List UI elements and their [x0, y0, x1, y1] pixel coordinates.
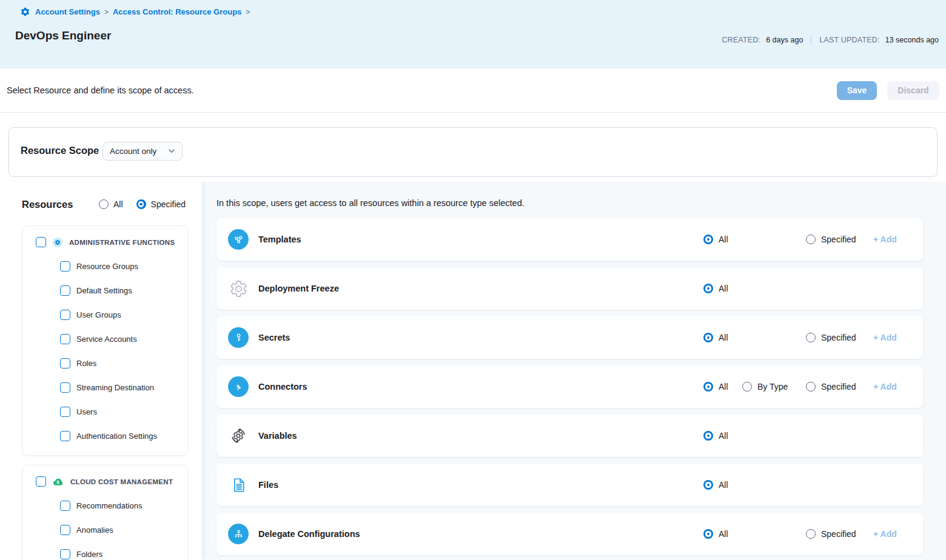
item-checkbox[interactable] [60, 501, 70, 511]
scope-option-specified[interactable]: Specified [806, 529, 856, 539]
resource-type-item[interactable]: Streaming Destination [22, 375, 181, 399]
radio-icon[interactable] [136, 199, 146, 209]
resource-type-label: Default Settings [76, 286, 132, 295]
item-checkbox[interactable] [60, 358, 70, 368]
radio-icon[interactable] [703, 333, 713, 342]
secrets-icon [228, 327, 249, 348]
scope-option-all[interactable]: All [703, 529, 728, 539]
resources-panel-title: Resources [22, 199, 73, 210]
radio-icon[interactable] [806, 235, 816, 244]
item-checkbox[interactable] [60, 407, 70, 417]
radio-icon[interactable] [806, 333, 816, 342]
radio-icon[interactable] [703, 480, 713, 490]
resource-row-name: Delegate Configurations [258, 529, 360, 539]
scope-option-label: Specified [821, 382, 856, 392]
add-resources-link[interactable]: + Add [873, 382, 897, 392]
radio-icon[interactable] [703, 284, 713, 293]
scope-option-all[interactable]: All [703, 284, 728, 293]
toolbar-description: Select Resource and define its scope of … [7, 85, 194, 95]
resource-type-label: Service Accounts [76, 335, 137, 344]
item-checkbox[interactable] [60, 549, 70, 559]
scope-option-all[interactable]: All [703, 480, 728, 490]
resource-type-item[interactable]: Default Settings [22, 278, 181, 302]
resource-row-connectors: Connectors All By Type Specified + Add [216, 365, 923, 408]
resource-row-name: Secrets [258, 333, 290, 342]
breadcrumb-separator: > [246, 8, 250, 16]
item-checkbox[interactable] [60, 334, 70, 344]
scope-option-all[interactable]: All [703, 235, 728, 244]
category-checkbox[interactable] [36, 476, 46, 487]
resource-type-item[interactable]: Recommendations [22, 493, 181, 518]
radio-icon[interactable] [806, 529, 816, 539]
radio-icon[interactable] [806, 382, 816, 392]
resource-type-label: Folders [76, 550, 102, 559]
item-checkbox[interactable] [60, 431, 70, 441]
item-checkbox[interactable] [60, 382, 70, 393]
resource-row-variables: Variables All [216, 415, 923, 457]
created-label: CREATED: [722, 36, 760, 44]
scope-option-specified[interactable]: Specified [806, 235, 856, 244]
add-resources-link[interactable]: + Add [873, 235, 897, 244]
resource-type-item[interactable]: Anomalies [22, 518, 181, 542]
breadcrumb-resource-groups[interactable]: Access Control: Resource Groups [113, 7, 241, 16]
resources-filter-option-all[interactable]: All [99, 199, 123, 209]
category-label: CLOUD COST MANAGEMENT [70, 478, 173, 485]
scope-option-label: All [719, 333, 728, 342]
resource-row-name: Deployment Freeze [258, 284, 339, 293]
radio-icon[interactable] [99, 199, 109, 209]
resource-type-label: Users [76, 407, 97, 416]
scope-option-by-type[interactable]: By Type [742, 382, 788, 392]
resource-group-detail-page: Account Settings > Access Control: Resou… [0, 0, 946, 560]
category-checkbox[interactable] [36, 237, 46, 247]
scope-option-all[interactable]: All [703, 333, 728, 342]
scope-description: In this scope, users get access to all r… [216, 198, 946, 208]
add-resources-link[interactable]: + Add [873, 333, 897, 342]
scope-option-label: All [719, 284, 728, 293]
scope-option-label: Specified [821, 333, 856, 342]
resource-type-item[interactable]: Folders [22, 542, 181, 560]
scope-option-all[interactable]: All [703, 382, 728, 392]
breadcrumb-account-settings[interactable]: Account Settings [35, 7, 100, 16]
discard-button[interactable]: Discard [887, 81, 939, 100]
resources-sidebar: Resources All Specified ADMINISTRATIVE F… [0, 182, 202, 560]
resource-scope-main: In this scope, users get access to all r… [202, 182, 946, 560]
radio-icon[interactable] [742, 382, 752, 392]
resource-type-item[interactable]: Users [22, 399, 181, 424]
save-button[interactable]: Save [837, 81, 877, 100]
breadcrumb-separator: > [104, 8, 109, 16]
radio-icon[interactable] [703, 235, 713, 244]
resource-type-item[interactable]: Authentication Settings [22, 424, 181, 448]
item-checkbox[interactable] [60, 285, 70, 296]
add-resources-link[interactable]: + Add [873, 529, 897, 539]
item-checkbox[interactable] [60, 310, 70, 320]
scope-option-label: Specified [821, 529, 856, 539]
resource-type-label: Authentication Settings [76, 432, 157, 441]
radio-icon[interactable] [703, 382, 713, 392]
scope-option-specified[interactable]: Specified [806, 333, 856, 342]
item-checkbox[interactable] [60, 261, 70, 272]
resource-scope-selected: Account only [110, 147, 156, 156]
resource-row-templates: Templates All Specified + Add [216, 218, 923, 261]
resource-row-name: Variables [258, 431, 297, 441]
resource-category-list: ADMINISTRATIVE FUNCTIONS Resource Groups… [22, 225, 188, 560]
scope-option-specified[interactable]: Specified [806, 382, 856, 392]
resource-type-item[interactable]: User Groups [22, 302, 181, 327]
svg-text:$: $ [57, 480, 59, 485]
radio-icon[interactable] [703, 431, 713, 441]
meta-divider [811, 35, 811, 44]
category-label: ADMINISTRATIVE FUNCTIONS [69, 239, 175, 246]
resource-type-item[interactable]: Service Accounts [22, 327, 181, 351]
resource-scope-dropdown[interactable]: Account only [102, 142, 183, 161]
resource-row-files: Files All [216, 464, 923, 506]
resource-type-item[interactable]: Roles [22, 351, 181, 375]
resource-row-name: Templates [258, 235, 301, 244]
radio-icon[interactable] [703, 529, 713, 539]
resource-type-label: Anomalies [76, 525, 113, 535]
scope-option-all[interactable]: All [703, 431, 728, 441]
resource-type-item[interactable]: Resource Groups [22, 254, 181, 278]
resources-filter-option-specified[interactable]: Specified [136, 199, 186, 209]
item-checkbox[interactable] [60, 525, 70, 535]
resource-scope-label: Resource Scope [21, 145, 99, 156]
administrative-functions-icon [53, 238, 62, 247]
scope-option-label: Specified [821, 235, 856, 244]
